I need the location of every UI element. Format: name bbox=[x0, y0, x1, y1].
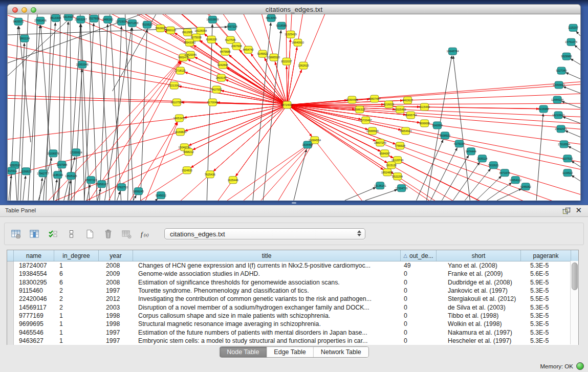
row-height-icon[interactable] bbox=[65, 228, 77, 239]
scrollbar-thumb[interactable] bbox=[572, 262, 578, 290]
graph-node-label: 8186328 bbox=[206, 38, 217, 41]
table-body: 1872400712008Changes of HCN gene express… bbox=[7, 261, 578, 345]
graph-node-label: 8938923 bbox=[440, 134, 450, 137]
graph-node-label: 11325419 bbox=[285, 33, 297, 36]
table-row[interactable]: 911546021997Tourette syndrome. Phenomeno… bbox=[7, 287, 578, 295]
network-canvas[interactable]: 1872400798601238912955182260589275038818… bbox=[8, 14, 580, 201]
graph-node-label: 17359924 bbox=[70, 151, 82, 154]
table-row[interactable]: 1938455462009Genome-wide association stu… bbox=[7, 270, 578, 278]
graph-node-label: 7857224 bbox=[227, 25, 237, 28]
table-cell: 19384554 bbox=[14, 270, 54, 277]
table-cell: 1998 bbox=[99, 312, 133, 319]
graph-node-label: 15720407 bbox=[360, 119, 372, 122]
graph-node-label: 19384554 bbox=[309, 139, 321, 142]
graph-node-label: 15692971 bbox=[555, 127, 567, 130]
graph-node-label: 6466160 bbox=[102, 18, 113, 21]
column-header-pagerank[interactable]: pagerank bbox=[521, 250, 571, 261]
new-table-icon[interactable] bbox=[83, 228, 96, 239]
graph-node-label: 9218586 bbox=[276, 24, 287, 27]
table-row[interactable]: 1872400712008Changes of HCN gene express… bbox=[7, 261, 578, 270]
column-header-out-de-[interactable]: △out_de... bbox=[401, 250, 437, 261]
import-table-disabled-icon[interactable] bbox=[120, 228, 133, 239]
graph-node-label: 18807249 bbox=[374, 141, 386, 144]
table-cell: 1 bbox=[54, 337, 99, 344]
table-panel: Table Panel ✕ f(x) citations_edges.txt n… bbox=[0, 205, 588, 372]
graph-node-label: 7625436 bbox=[205, 173, 215, 176]
table-cell: Estimation of significance thresholds fo… bbox=[133, 279, 401, 286]
table-row[interactable]: 2242004622012Investigating the contribut… bbox=[7, 295, 578, 303]
table-cell: 2 bbox=[54, 304, 99, 311]
network-view-window[interactable]: citations_edges.txt 18724007986012389129… bbox=[7, 4, 581, 201]
close-icon[interactable]: ✕ bbox=[575, 206, 582, 215]
row-gutter-cell bbox=[7, 287, 14, 295]
tab-network-table[interactable]: Network Table bbox=[314, 347, 368, 357]
table-cell: Jankovic et al. (1997) bbox=[437, 287, 521, 294]
column-header-title[interactable]: title bbox=[133, 250, 401, 261]
function-builder-icon[interactable]: f(x) bbox=[139, 228, 151, 239]
table-cell: 9465546 bbox=[14, 329, 54, 336]
graph-node-label: 9463627 bbox=[402, 99, 413, 102]
column-settings-icon[interactable] bbox=[10, 228, 22, 239]
graph-node-label: 18724007 bbox=[281, 103, 293, 106]
graph-node-label: 20206576 bbox=[47, 152, 59, 155]
table-row[interactable]: 1830029562008Estimation of significance … bbox=[7, 278, 578, 287]
window-titlebar[interactable]: citations_edges.txt bbox=[7, 4, 581, 14]
table-row[interactable]: 946362711997Embryonic stem cells: a mode… bbox=[7, 337, 578, 345]
panel-splitter[interactable] bbox=[0, 201, 588, 205]
graph-node-label: 7756928 bbox=[395, 144, 405, 147]
graph-node-label: 8813054 bbox=[266, 16, 277, 19]
graph-node-label: 7986322 bbox=[354, 108, 365, 111]
vertical-scrollbar[interactable] bbox=[570, 261, 578, 344]
graph-node-label: 9115460 bbox=[419, 105, 430, 108]
table-select-dropdown[interactable]: citations_edges.txt bbox=[164, 228, 365, 239]
memory-status-label: Memory: OK bbox=[540, 363, 573, 369]
column-header-label: short bbox=[472, 252, 486, 259]
table-cell: 0 bbox=[401, 337, 437, 344]
table-tabs: Node TableEdge TableNetwork Table bbox=[219, 346, 368, 358]
table-cell: 5.3E-5 bbox=[521, 312, 571, 319]
table-toolbar: f(x) citations_edges.txt bbox=[4, 223, 584, 245]
column-header-name[interactable]: name bbox=[14, 250, 54, 261]
graph-node-label: 9329966 bbox=[561, 55, 572, 58]
table-cell: 49 bbox=[401, 262, 437, 269]
status-bar: Memory: OK bbox=[540, 362, 584, 370]
table-row[interactable]: 977716911998Corpus callosum shape and si… bbox=[7, 312, 578, 320]
table-cell: 5.3E-5 bbox=[521, 262, 571, 269]
table-cell: 18724007 bbox=[14, 262, 54, 269]
column-header-in-degree[interactable]: in_degree bbox=[54, 250, 99, 261]
sort-ascending-icon: △ bbox=[403, 253, 407, 258]
column-header-year[interactable]: year bbox=[99, 250, 133, 261]
graph-node-label: 3915911 bbox=[8, 169, 17, 172]
graph-node-label: 9474444 bbox=[466, 150, 476, 153]
table-cell: 5.5E-5 bbox=[521, 295, 571, 302]
table-cell: 1997 bbox=[99, 329, 133, 336]
tab-node-table[interactable]: Node Table bbox=[220, 347, 267, 357]
graph-node-label: 2935114 bbox=[477, 157, 488, 160]
column-checklist-icon[interactable] bbox=[47, 228, 59, 239]
table-cell: Corpus callosum shape and size in male p… bbox=[133, 312, 401, 319]
table-row[interactable]: 946554611997Estimation of the future num… bbox=[7, 328, 578, 336]
select-columns-icon[interactable] bbox=[28, 228, 40, 239]
column-header-short[interactable]: short bbox=[437, 250, 521, 261]
table-header-row: namein_degreeyeartitle△out_de...shortpag… bbox=[7, 250, 578, 261]
node-table[interactable]: namein_degreeyeartitle△out_de...shortpag… bbox=[7, 250, 579, 345]
graph-node-label: 15751074 bbox=[565, 40, 577, 43]
graph-node-label: 1134522 bbox=[562, 171, 573, 174]
row-gutter-cell bbox=[7, 270, 14, 278]
graph-node-label: 7632621 bbox=[488, 164, 499, 167]
table-cell: 5.3E-5 bbox=[521, 304, 571, 311]
splitter-grip[interactable] bbox=[292, 202, 296, 204]
tab-edge-table[interactable]: Edge Table bbox=[267, 347, 313, 357]
float-window-icon[interactable] bbox=[562, 207, 571, 214]
table-cell: 5.3E-5 bbox=[521, 337, 571, 344]
table-cell: 2008 bbox=[99, 262, 133, 269]
graph-node-label: 1861124 bbox=[19, 37, 30, 40]
delete-table-icon[interactable] bbox=[102, 228, 114, 239]
column-header-label: name bbox=[26, 252, 41, 259]
graph-node-label: 17334726 bbox=[396, 187, 408, 190]
table-cell: Genome-wide association studies in ADHD. bbox=[133, 270, 401, 277]
table-row[interactable]: 1456911722003Disruption of a novel membe… bbox=[7, 303, 578, 311]
graph-node-label: 9860123 bbox=[165, 29, 176, 32]
graph-node-label: 19654923 bbox=[400, 129, 412, 133]
table-row[interactable]: 969969511998Structural magnetic resonanc… bbox=[7, 320, 578, 328]
